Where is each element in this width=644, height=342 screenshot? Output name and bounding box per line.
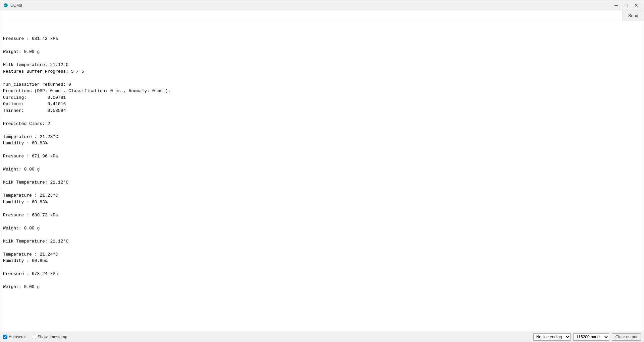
output-line	[3, 245, 641, 251]
send-button[interactable]: Send	[623, 10, 644, 21]
status-bar: Autoscroll Show timestamp No line ending…	[0, 332, 644, 342]
serial-output[interactable]: Pressure : 681.42 kPa Weight: 0.00 g Mil…	[0, 21, 644, 332]
output-line	[3, 186, 641, 193]
title-bar-left: ∞ COM8	[3, 3, 22, 8]
output-line: Milk Temperature: 21.12°C	[3, 179, 641, 186]
autoscroll-label[interactable]: Autoscroll	[3, 335, 26, 339]
close-button[interactable]: ✕	[632, 2, 641, 9]
output-line: Temperature : 21.24°C	[3, 251, 641, 258]
output-line	[3, 42, 641, 49]
output-line: Curdling: 0.00781	[3, 94, 641, 101]
svg-text:∞: ∞	[4, 4, 6, 7]
output-line: Weight: 0.00 g	[3, 225, 641, 232]
baud-rate-select[interactable]: 300 baud1200 baud2400 baud4800 baud9600 …	[573, 333, 609, 341]
main-window: ∞ COM8 ─ □ ✕ Send Pressure : 681.42 kPa …	[0, 0, 644, 342]
output-line: Pressure : 678.24 kPa	[3, 271, 641, 277]
output-line: Predictions (DSP: 0 ms., Classification:…	[3, 88, 641, 94]
show-timestamp-label[interactable]: Show timestamp	[32, 335, 67, 339]
show-timestamp-text: Show timestamp	[38, 335, 67, 339]
output-line: Features Buffer Progress: 5 / 5	[3, 68, 641, 75]
output-line: Temperature : 21.23°C	[3, 134, 641, 140]
output-line: Pressure : 681.42 kPa	[3, 36, 641, 42]
app-icon: ∞	[3, 3, 8, 8]
output-line	[3, 160, 641, 166]
output-line	[3, 231, 641, 238]
title-bar-controls: ─ □ ✕	[611, 2, 641, 9]
output-line: Temperature : 21.23°C	[3, 192, 641, 199]
autoscroll-checkbox[interactable]	[3, 335, 7, 339]
output-line: Humidity : 60.83%	[3, 199, 641, 206]
output-line	[3, 264, 641, 271]
title-bar: ∞ COM8 ─ □ ✕	[0, 0, 644, 10]
output-line: Thinner: 0.58594	[3, 108, 641, 114]
output-line: Predicted Class: 2	[3, 121, 641, 127]
output-line: Weight: 0.00 g	[3, 49, 641, 55]
output-line: Weight: 0.00 g	[3, 284, 641, 290]
output-line: Milk Temperature: 21.12°C	[3, 62, 641, 68]
output-line: Humidity : 60.83%	[3, 140, 641, 147]
output-line	[3, 127, 641, 134]
output-line	[3, 55, 641, 62]
output-line: Milk Temperature: 21.12°C	[3, 238, 641, 245]
status-bar-right: No line endingNewlineCarriage returnBoth…	[533, 333, 641, 341]
output-line: Pressure : 671.96 kPa	[3, 153, 641, 160]
output-line	[3, 75, 641, 81]
status-bar-left: Autoscroll Show timestamp	[3, 335, 528, 339]
line-ending-select[interactable]: No line endingNewlineCarriage returnBoth…	[533, 333, 571, 341]
serial-input[interactable]	[0, 10, 623, 21]
autoscroll-text: Autoscroll	[9, 335, 26, 339]
output-line: Pressure : 680.73 kPa	[3, 212, 641, 219]
clear-output-button[interactable]: Clear output	[612, 333, 641, 341]
output-line: run_classifier returned: 0	[3, 81, 641, 88]
window-title: COM8	[10, 3, 22, 8]
output-line	[3, 173, 641, 180]
minimize-button[interactable]: ─	[611, 2, 621, 9]
restore-button[interactable]: □	[622, 2, 631, 9]
input-bar: Send	[0, 10, 644, 21]
output-line	[3, 218, 641, 225]
show-timestamp-checkbox[interactable]	[32, 335, 36, 339]
output-line	[3, 277, 641, 284]
output-line: Humidity : 60.85%	[3, 258, 641, 264]
output-line: Weight: 0.00 g	[3, 166, 641, 173]
output-line	[3, 205, 641, 212]
output-line	[3, 114, 641, 121]
output-line	[3, 147, 641, 153]
output-line: Optimum: 0.41016	[3, 101, 641, 108]
